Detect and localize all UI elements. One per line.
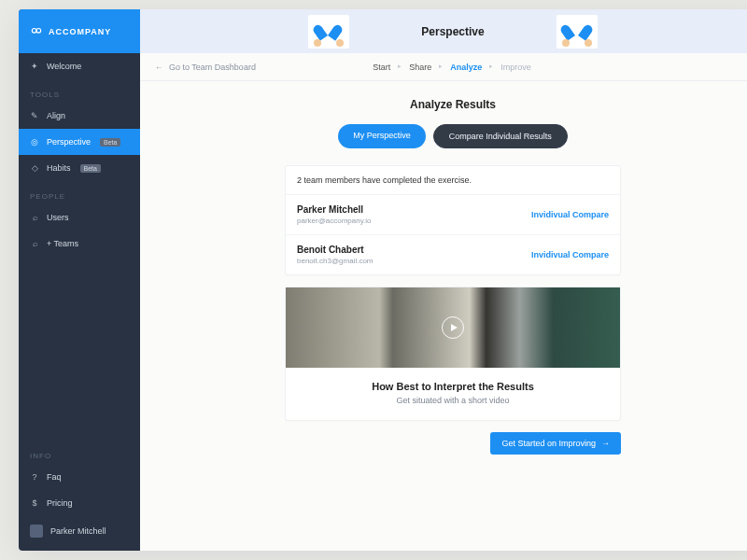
nav-teams-label: + Teams: [47, 239, 78, 248]
nav-teams[interactable]: ⌕ + Teams: [19, 231, 140, 257]
member-row: Parker Mitchell parker@accompany.io Invi…: [286, 194, 620, 234]
beta-badge: Beta: [80, 164, 101, 173]
step-tracker: Start ▸ Share ▸ Analyze ▸ Improve: [256, 63, 648, 72]
step-start[interactable]: Start: [373, 63, 390, 72]
hero-banner: Perspective: [140, 9, 747, 53]
nav-pricing-label: Pricing: [47, 498, 73, 508]
member-row: Benoit Chabert benoit.ch3@gmail.com Invi…: [286, 234, 620, 274]
nav-habits-label: Habits: [47, 163, 71, 173]
completion-note: 2 team members have completed the exerci…: [286, 166, 620, 194]
users-icon: ⌕: [30, 213, 39, 222]
back-link-label: Go to Team Dashboard: [169, 63, 256, 72]
nav-align-label: Align: [47, 111, 65, 120]
chevron-right-icon: ▸: [398, 63, 402, 72]
nav-welcome[interactable]: ✦ Welcome: [19, 53, 140, 79]
content: Analyze Results My Perspective Compare I…: [140, 81, 747, 551]
tab-my-perspective[interactable]: My Perspective: [338, 124, 426, 148]
member-email: benoit.ch3@gmail.com: [297, 257, 374, 265]
play-icon: [442, 316, 464, 339]
nav-perspective[interactable]: ◎ Perspective Beta: [19, 129, 140, 155]
nav-pricing[interactable]: $ Pricing: [19, 490, 140, 516]
brand-logo[interactable]: ACCOMPANY: [19, 9, 140, 53]
sidebar: ACCOMPANY ✦ Welcome TOOLS ✎ Align ◎ Pers…: [19, 9, 140, 551]
teams-icon: ⌕: [30, 239, 39, 248]
beta-badge: Beta: [100, 138, 120, 147]
video-title: How Best to Interpret the Results: [297, 381, 609, 392]
nav-align[interactable]: ✎ Align: [19, 103, 140, 129]
main: Perspective ← Go to Team Dashboard Start…: [140, 9, 747, 551]
nav-section-tools: TOOLS: [19, 79, 140, 103]
page-title: Perspective: [421, 25, 484, 38]
step-share[interactable]: Share: [409, 63, 431, 72]
nav-users-label: Users: [47, 213, 69, 222]
svg-point-1: [36, 28, 41, 33]
hero-illustration-right: [557, 15, 598, 49]
step-improve[interactable]: Improve: [500, 63, 531, 72]
perspective-tabs: My Perspective Compare Individual Result…: [162, 124, 743, 148]
arrow-left-icon: ←: [155, 63, 163, 72]
section-title: Analyze Results: [162, 98, 743, 111]
tab-compare-individual[interactable]: Compare Individual Results: [433, 124, 568, 148]
nav-welcome-label: Welcome: [47, 62, 81, 71]
hero-illustration-left: [308, 15, 349, 49]
nav-habits[interactable]: ◇ Habits Beta: [19, 155, 140, 181]
nav-section-people: PEOPLE: [19, 181, 140, 204]
nav-section-info: INFO: [19, 441, 140, 464]
get-started-improving-button[interactable]: Get Started on Improving →: [490, 432, 621, 455]
welcome-icon: ✦: [30, 62, 39, 71]
eye-icon: ◎: [30, 137, 39, 147]
cta-label: Get Started on Improving: [501, 439, 596, 448]
arrow-right-icon: →: [601, 439, 610, 448]
completion-card: 2 team members have completed the exerci…: [285, 165, 621, 275]
avatar: [30, 525, 43, 538]
nav-faq[interactable]: ? Faq: [19, 464, 140, 490]
brand-name: ACCOMPANY: [49, 27, 111, 36]
chevron-right-icon: ▸: [489, 63, 493, 72]
individual-compare-link[interactable]: Invidivual Compare: [531, 210, 609, 219]
video-subtitle: Get situated with a short video: [297, 396, 609, 405]
svg-point-0: [32, 28, 36, 33]
member-name: Parker Mitchell: [297, 204, 372, 215]
video-thumbnail[interactable]: [286, 287, 620, 368]
pricing-icon: $: [30, 498, 39, 508]
logo-icon: [30, 25, 43, 38]
chevron-right-icon: ▸: [439, 63, 443, 72]
individual-compare-link[interactable]: Invidivual Compare: [531, 250, 609, 259]
nav-current-user[interactable]: Parker Mitchell: [19, 516, 140, 551]
current-user-name: Parker Mitchell: [50, 526, 106, 536]
bulb-icon: ◇: [30, 163, 39, 173]
subnav: ← Go to Team Dashboard Start ▸ Share ▸ A…: [140, 53, 747, 81]
step-analyze[interactable]: Analyze: [450, 63, 482, 72]
nav-perspective-label: Perspective: [47, 137, 91, 147]
help-icon: ?: [30, 472, 39, 482]
member-email: parker@accompany.io: [297, 217, 372, 225]
back-link[interactable]: ← Go to Team Dashboard: [155, 63, 256, 72]
pen-icon: ✎: [30, 111, 39, 120]
nav-users[interactable]: ⌕ Users: [19, 204, 140, 231]
member-name: Benoit Chabert: [297, 245, 374, 255]
nav-faq-label: Faq: [47, 472, 62, 482]
video-card: How Best to Interpret the Results Get si…: [285, 287, 621, 421]
